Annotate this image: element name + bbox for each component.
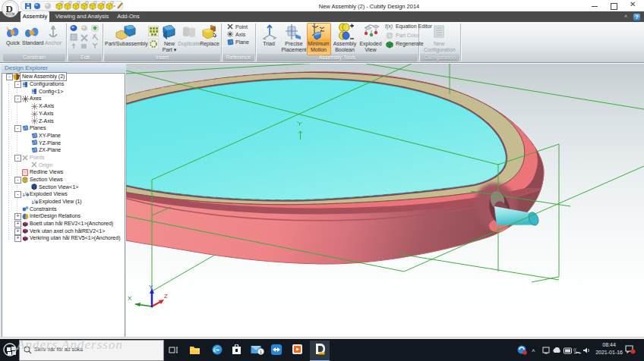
svg-text:Y: Y — [149, 284, 153, 290]
svg-text:Z: Z — [164, 293, 168, 300]
svg-text:X: X — [128, 295, 132, 302]
svg-text:((: (( — [573, 347, 576, 352]
svg-text:3DS: 3DS — [7, 13, 13, 16]
